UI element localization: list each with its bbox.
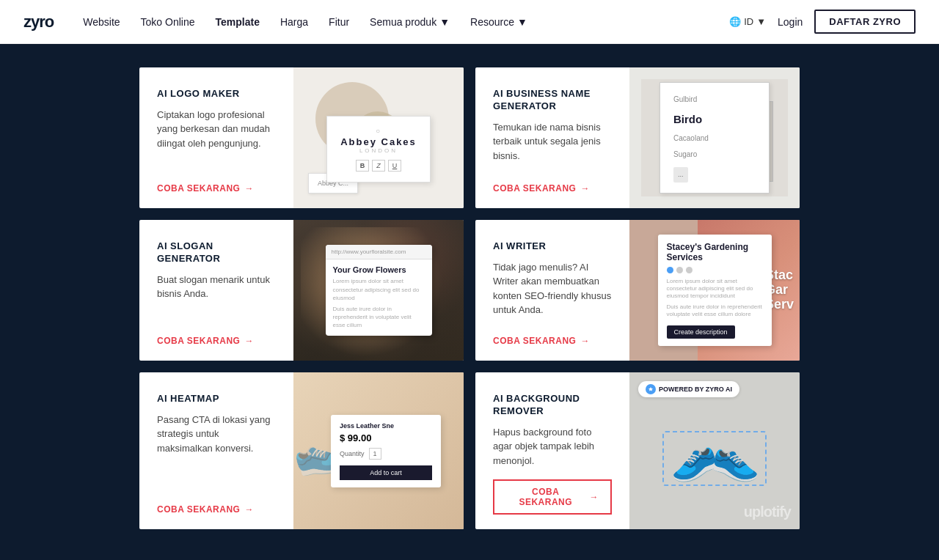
slogan-mock-text-1: Lorem ipsum dolor sit amet consectetur a… <box>333 277 425 302</box>
writer-create-btn[interactable]: Create description <box>667 325 735 339</box>
card-image-business-name: Gulbird Birdo Cacaoland Sugaro ... 🦜 <box>629 67 800 208</box>
heatmap-qty-input[interactable]: 1 <box>369 448 381 460</box>
format-u: U <box>388 160 402 172</box>
card-image-bg-remover: POWERED BY ZYRO AI 👟 👟 uplotify <box>629 372 800 529</box>
cards-grid: AI LOGO MAKER Ciptakan logo profesional … <box>139 67 800 529</box>
card-ai-logo-maker: AI LOGO MAKER Ciptakan logo profesional … <box>139 67 464 208</box>
nav-website[interactable]: Website <box>83 16 120 28</box>
writer-card-text-2: Duis aute irure dolor in reprehenderit v… <box>667 303 763 319</box>
cta-heatmap[interactable]: COBA SEKARANG → <box>157 504 276 515</box>
heatmap-price: $ 99.00 <box>340 432 432 443</box>
nav-toko-online[interactable]: Toko Online <box>141 16 195 28</box>
card-title-writer: AI WRITER <box>493 240 612 253</box>
card-desc-slogan: Buat slogan menarik untuk bisnis Anda. <box>157 273 276 301</box>
card-title-slogan: AI SLOGAN GENERATOR <box>157 240 276 265</box>
heatmap-product-name: Jess Leather Sne <box>340 422 432 430</box>
card-image-heatmap: 👟 Jess Leather Sne $ 99.00 Quantity 1 Ad… <box>293 372 464 529</box>
card-desc-heatmap: Pasang CTA di lokasi yang strategis untu… <box>157 413 276 456</box>
business-name-3: Sugaro <box>673 148 756 161</box>
heatmap-qty-label: Quantity <box>340 450 365 457</box>
cta-writer[interactable]: COBA SEKARANG → <box>493 336 612 346</box>
header: zyro Website Toko Online Template Harga … <box>0 0 939 44</box>
nav-fitur[interactable]: Fitur <box>329 16 349 28</box>
chevron-down-icon: ▼ <box>439 16 450 28</box>
powered-badge: POWERED BY ZYRO AI <box>638 381 739 397</box>
card-content-slogan: AI SLOGAN GENERATOR Buat slogan menarik … <box>139 220 293 361</box>
card-desc-business-name: Temukan ide nama bisnis terbaik untuk se… <box>493 120 612 163</box>
arrow-right-icon: → <box>590 492 599 502</box>
abbey-cakes-name: Abbey Cakes <box>340 136 417 147</box>
writer-card-title: Stacey's GardeningServices <box>667 242 763 262</box>
dot-inactive-2 <box>686 267 693 273</box>
dot-inactive-1 <box>676 267 683 273</box>
card-content-bg-remover: AI BACKGROUND REMOVER Hapus background f… <box>475 372 629 529</box>
card-desc-writer: Tidak jago menulis? AI Writer akan membu… <box>493 260 612 317</box>
card-content-logo-maker: AI LOGO MAKER Ciptakan logo profesional … <box>139 67 293 208</box>
card-ai-heatmap: AI HEATMAP Pasang CTA di lokasi yang str… <box>139 372 464 529</box>
business-name-2: Cacaoland <box>673 132 756 145</box>
cta-bg-remover[interactable]: COBA SEKARANG → <box>493 479 612 515</box>
writer-card: Stacey's GardeningServices Lorem ipsum d… <box>658 235 772 347</box>
cta-logo-maker[interactable]: COBA SEKARANG → <box>157 183 276 194</box>
cta-slogan[interactable]: COBA SEKARANG → <box>157 336 276 346</box>
business-tag: ... <box>673 167 688 182</box>
business-name-card: Gulbird Birdo Cacaoland Sugaro ... <box>660 82 770 193</box>
main-nav: Website Toko Online Template Harga Fitur… <box>83 16 729 28</box>
arrow-right-icon: → <box>244 183 254 194</box>
nav-resource[interactable]: Resource ▼ <box>470 16 527 28</box>
slogan-flower-title: Your Grow Flowers <box>333 265 425 274</box>
card-image-slogan: http://www.yourfloralsite.com Your Grow … <box>293 220 464 361</box>
header-right: 🌐 ID ▼ Login DAFTAR ZYRO <box>729 10 916 34</box>
card-image-logo-maker: ○ Abbey Cakes LONDON B Z U Abbey C... <box>293 67 464 208</box>
nav-harga[interactable]: Harga <box>280 16 308 28</box>
card-title-business-name: AI BUSINESS NAME GENERATOR <box>493 88 612 113</box>
powered-dot-icon <box>646 384 656 394</box>
card-content-heatmap: AI HEATMAP Pasang CTA di lokasi yang str… <box>139 372 293 529</box>
globe-icon: 🌐 <box>729 16 741 27</box>
heatmap-product-card: Jess Leather Sne $ 99.00 Quantity 1 Add … <box>331 415 441 487</box>
card-title-bg-remover: AI BACKGROUND REMOVER <box>493 393 612 418</box>
card-ai-business-name: AI BUSINESS NAME GENERATOR Temukan ide n… <box>475 67 800 208</box>
heatmap-add-btn[interactable]: Add to cart <box>340 465 432 480</box>
chevron-down-icon: ▼ <box>517 16 527 28</box>
business-names-label: Gulbird <box>673 93 756 106</box>
card-desc-bg-remover: Hapus background foto agar objek tampak … <box>493 425 612 468</box>
card-image-writer: StacGarServ Stacey's GardeningServices L… <box>629 220 800 361</box>
card-ai-slogan: AI SLOGAN GENERATOR Buat slogan menarik … <box>139 220 464 361</box>
slogan-mock-text-2: Duis aute irure dolor in reprehenderit i… <box>333 305 425 330</box>
arrow-right-icon: → <box>580 183 590 194</box>
format-b: B <box>356 160 370 172</box>
card-content-business-name: AI BUSINESS NAME GENERATOR Temukan ide n… <box>475 67 629 208</box>
language-selector[interactable]: 🌐 ID ▼ <box>729 16 766 27</box>
card-title-heatmap: AI HEATMAP <box>157 393 276 405</box>
logo[interactable]: zyro <box>23 12 54 32</box>
arrow-right-icon: → <box>244 504 254 515</box>
selection-outline <box>662 431 767 486</box>
nav-template[interactable]: Template <box>216 16 260 28</box>
abbey-cakes-subtitle: LONDON <box>340 147 417 154</box>
arrow-right-icon: → <box>244 336 254 346</box>
main-content: AI LOGO MAKER Ciptakan logo profesional … <box>0 44 939 553</box>
slogan-url-bar: http://www.yourfloralsite.com <box>326 245 432 259</box>
writer-card-text-1: Lorem ipsum dolor sit amet consectetur a… <box>667 278 763 301</box>
chevron-down-icon: ▼ <box>756 16 766 27</box>
arrow-right-icon: → <box>580 336 590 346</box>
login-button[interactable]: Login <box>778 16 803 28</box>
daftar-button[interactable]: DAFTAR ZYRO <box>814 10 916 34</box>
dot-active <box>667 267 673 273</box>
card-desc-logo-maker: Ciptakan logo profesional yang berkesan … <box>157 108 276 151</box>
card-ai-writer: AI WRITER Tidak jago menulis? AI Writer … <box>475 220 800 361</box>
cta-business-name[interactable]: COBA SEKARANG → <box>493 183 612 194</box>
format-i: Z <box>372 160 385 172</box>
card-content-writer: AI WRITER Tidak jago menulis? AI Writer … <box>475 220 629 361</box>
business-name-selected: Birdo <box>673 109 756 129</box>
card-ai-bg-remover: AI BACKGROUND REMOVER Hapus background f… <box>475 372 800 529</box>
card-title-logo-maker: AI LOGO MAKER <box>157 88 276 100</box>
nav-semua-produk[interactable]: Semua produk ▼ <box>370 16 450 28</box>
